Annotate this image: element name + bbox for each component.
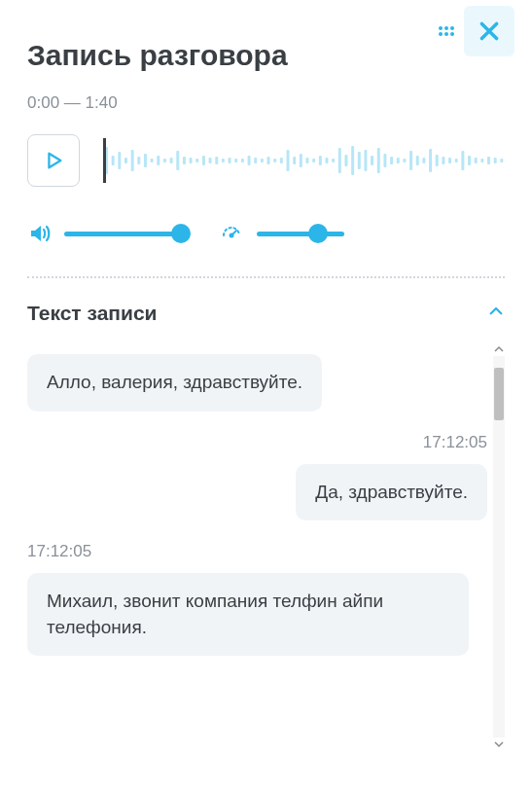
- svg-rect-38: [312, 159, 315, 162]
- svg-rect-34: [287, 150, 290, 171]
- svg-rect-43: [344, 155, 347, 166]
- svg-rect-31: [267, 157, 270, 164]
- svg-rect-37: [305, 158, 308, 163]
- waveform-svg: [103, 137, 505, 184]
- svg-rect-58: [442, 157, 444, 164]
- svg-rect-56: [429, 149, 432, 172]
- speed-icon: [220, 222, 243, 245]
- svg-rect-23: [215, 157, 218, 164]
- scroll-down-icon[interactable]: [493, 737, 505, 751]
- svg-rect-45: [358, 152, 361, 169]
- svg-rect-20: [195, 159, 198, 162]
- transcript-title: Текст записи: [27, 302, 158, 325]
- svg-rect-49: [383, 154, 386, 167]
- svg-rect-47: [371, 156, 373, 165]
- svg-rect-17: [176, 151, 179, 170]
- svg-rect-26: [234, 159, 237, 162]
- svg-rect-36: [300, 154, 302, 167]
- message-row: 17:12:05Да, здравствуйте.: [27, 433, 487, 521]
- svg-point-0: [439, 26, 443, 30]
- scroll-up-icon[interactable]: [493, 342, 505, 356]
- svg-rect-32: [273, 159, 276, 162]
- audio-player: [27, 134, 505, 187]
- chevron-up-icon: [487, 303, 505, 324]
- svg-point-3: [439, 32, 443, 36]
- message-timestamp: 17:12:05: [27, 542, 487, 561]
- svg-point-2: [450, 26, 454, 30]
- svg-rect-14: [157, 156, 160, 165]
- message-row: 17:12:05Михаил, звонит компания телфин а…: [27, 542, 487, 656]
- volume-control: [27, 222, 181, 245]
- playhead[interactable]: [103, 138, 106, 183]
- svg-point-1: [444, 26, 448, 30]
- section-divider: [27, 276, 505, 278]
- waveform[interactable]: [103, 134, 505, 187]
- svg-rect-60: [455, 159, 458, 162]
- message-timestamp: 17:12:05: [27, 433, 487, 452]
- volume-icon: [27, 222, 51, 245]
- svg-rect-46: [364, 150, 367, 171]
- svg-rect-12: [144, 154, 147, 167]
- svg-line-69: [231, 231, 236, 235]
- drag-handle-icon[interactable]: [429, 17, 464, 52]
- speed-slider[interactable]: [257, 224, 344, 243]
- transcript-toggle[interactable]: Текст записи: [27, 302, 505, 325]
- close-icon: [477, 18, 502, 44]
- time-range: 0:00 — 1:40: [27, 93, 505, 113]
- transcript-body: 17:12:05Алло, валерия, здравствуйте.17:1…: [27, 342, 505, 751]
- svg-rect-24: [222, 159, 225, 162]
- scrollbar[interactable]: [493, 342, 505, 751]
- message-row: Алло, валерия, здравствуйте.: [27, 354, 487, 412]
- svg-rect-39: [319, 156, 322, 165]
- svg-point-5: [450, 32, 454, 36]
- svg-rect-28: [248, 156, 251, 165]
- svg-rect-19: [190, 158, 193, 163]
- close-button[interactable]: [464, 6, 514, 56]
- svg-rect-30: [261, 159, 264, 162]
- svg-rect-59: [448, 158, 451, 163]
- play-button[interactable]: [27, 134, 80, 187]
- svg-rect-61: [461, 151, 464, 170]
- svg-rect-35: [293, 157, 296, 164]
- svg-rect-48: [377, 148, 380, 173]
- svg-rect-11: [137, 157, 140, 164]
- svg-rect-57: [436, 155, 439, 166]
- svg-rect-15: [163, 159, 166, 162]
- svg-point-4: [444, 32, 448, 36]
- svg-rect-50: [390, 157, 393, 164]
- svg-rect-21: [202, 156, 205, 165]
- svg-rect-8: [118, 152, 121, 169]
- svg-rect-9: [124, 158, 127, 163]
- svg-rect-65: [487, 157, 490, 164]
- svg-rect-10: [131, 150, 134, 171]
- message-bubble: Алло, валерия, здравствуйте.: [27, 354, 322, 412]
- svg-rect-16: [170, 158, 173, 163]
- svg-rect-53: [409, 151, 412, 170]
- svg-rect-7: [112, 156, 115, 165]
- svg-rect-18: [183, 157, 186, 164]
- message-bubble: Михаил, звонит компания телфин айпи теле…: [27, 573, 469, 656]
- speed-control: [220, 222, 344, 245]
- svg-rect-22: [209, 158, 212, 163]
- svg-rect-51: [397, 158, 400, 163]
- svg-rect-64: [480, 159, 483, 162]
- svg-rect-54: [416, 156, 419, 165]
- svg-rect-41: [332, 159, 335, 162]
- message-bubble: Да, здравствуйте.: [296, 464, 487, 521]
- volume-slider[interactable]: [64, 224, 181, 243]
- svg-rect-27: [241, 159, 244, 162]
- svg-rect-44: [351, 146, 354, 175]
- svg-rect-42: [338, 148, 341, 173]
- svg-rect-63: [475, 158, 478, 163]
- svg-rect-29: [254, 158, 257, 163]
- svg-rect-13: [151, 159, 154, 162]
- svg-rect-66: [494, 158, 497, 163]
- svg-rect-25: [229, 158, 231, 163]
- svg-rect-40: [325, 158, 328, 163]
- svg-rect-33: [280, 158, 283, 163]
- svg-rect-55: [422, 158, 425, 163]
- play-icon: [43, 150, 64, 171]
- svg-rect-52: [403, 159, 406, 162]
- scroll-thumb[interactable]: [494, 368, 504, 420]
- svg-rect-62: [468, 156, 471, 165]
